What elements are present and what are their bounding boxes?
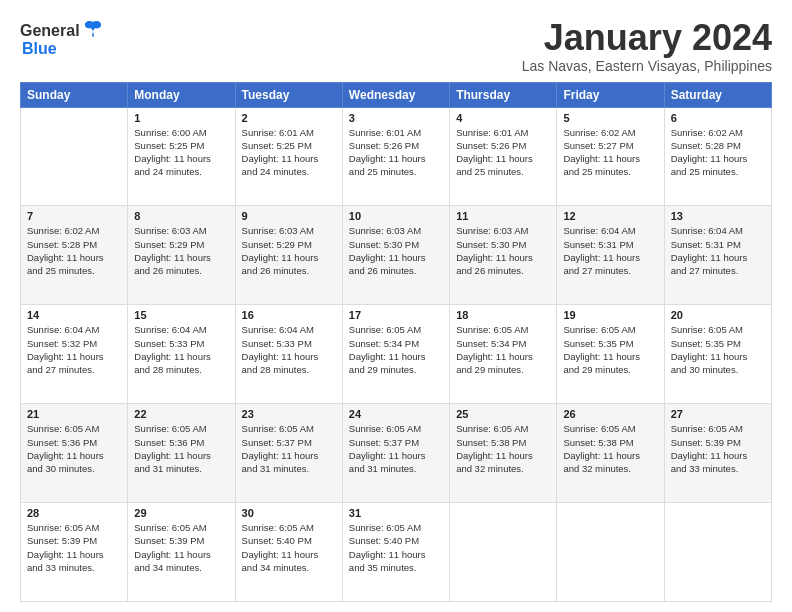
day-number: 1: [134, 112, 228, 124]
day-info: Sunrise: 6:05 AMSunset: 5:35 PMDaylight:…: [671, 323, 765, 376]
day-info: Sunrise: 6:04 AMSunset: 5:33 PMDaylight:…: [242, 323, 336, 376]
calendar-cell: 23Sunrise: 6:05 AMSunset: 5:37 PMDayligh…: [235, 404, 342, 503]
calendar-cell: 5Sunrise: 6:02 AMSunset: 5:27 PMDaylight…: [557, 107, 664, 206]
day-number: 5: [563, 112, 657, 124]
day-info: Sunrise: 6:04 AMSunset: 5:32 PMDaylight:…: [27, 323, 121, 376]
day-info: Sunrise: 6:05 AMSunset: 5:38 PMDaylight:…: [456, 422, 550, 475]
weekday-header-friday: Friday: [557, 82, 664, 107]
day-info: Sunrise: 6:01 AMSunset: 5:26 PMDaylight:…: [456, 126, 550, 179]
day-number: 2: [242, 112, 336, 124]
logo-general: General: [20, 22, 80, 40]
day-number: 31: [349, 507, 443, 519]
day-info: Sunrise: 6:01 AMSunset: 5:26 PMDaylight:…: [349, 126, 443, 179]
weekday-header-row: SundayMondayTuesdayWednesdayThursdayFrid…: [21, 82, 772, 107]
calendar-cell: 15Sunrise: 6:04 AMSunset: 5:33 PMDayligh…: [128, 305, 235, 404]
calendar-cell: 16Sunrise: 6:04 AMSunset: 5:33 PMDayligh…: [235, 305, 342, 404]
day-number: 25: [456, 408, 550, 420]
day-number: 26: [563, 408, 657, 420]
calendar-cell: 17Sunrise: 6:05 AMSunset: 5:34 PMDayligh…: [342, 305, 449, 404]
day-number: 18: [456, 309, 550, 321]
calendar-page: General Blue January 2024 Las Navas, Eas…: [0, 0, 792, 612]
calendar-cell: 9Sunrise: 6:03 AMSunset: 5:29 PMDaylight…: [235, 206, 342, 305]
calendar-cell: [450, 503, 557, 602]
day-info: Sunrise: 6:03 AMSunset: 5:30 PMDaylight:…: [456, 224, 550, 277]
calendar-cell: 6Sunrise: 6:02 AMSunset: 5:28 PMDaylight…: [664, 107, 771, 206]
day-info: Sunrise: 6:05 AMSunset: 5:36 PMDaylight:…: [134, 422, 228, 475]
day-number: 9: [242, 210, 336, 222]
week-row-3: 14Sunrise: 6:04 AMSunset: 5:32 PMDayligh…: [21, 305, 772, 404]
calendar-cell: 8Sunrise: 6:03 AMSunset: 5:29 PMDaylight…: [128, 206, 235, 305]
weekday-header-tuesday: Tuesday: [235, 82, 342, 107]
day-info: Sunrise: 6:05 AMSunset: 5:34 PMDaylight:…: [456, 323, 550, 376]
day-info: Sunrise: 6:05 AMSunset: 5:37 PMDaylight:…: [349, 422, 443, 475]
calendar-cell: 29Sunrise: 6:05 AMSunset: 5:39 PMDayligh…: [128, 503, 235, 602]
weekday-header-monday: Monday: [128, 82, 235, 107]
calendar-cell: 11Sunrise: 6:03 AMSunset: 5:30 PMDayligh…: [450, 206, 557, 305]
day-number: 4: [456, 112, 550, 124]
calendar-cell: 20Sunrise: 6:05 AMSunset: 5:35 PMDayligh…: [664, 305, 771, 404]
day-number: 17: [349, 309, 443, 321]
calendar-cell: 3Sunrise: 6:01 AMSunset: 5:26 PMDaylight…: [342, 107, 449, 206]
day-number: 22: [134, 408, 228, 420]
day-number: 6: [671, 112, 765, 124]
calendar-cell: 19Sunrise: 6:05 AMSunset: 5:35 PMDayligh…: [557, 305, 664, 404]
calendar-cell: 22Sunrise: 6:05 AMSunset: 5:36 PMDayligh…: [128, 404, 235, 503]
day-number: 15: [134, 309, 228, 321]
calendar-cell: 13Sunrise: 6:04 AMSunset: 5:31 PMDayligh…: [664, 206, 771, 305]
calendar-cell: [664, 503, 771, 602]
week-row-4: 21Sunrise: 6:05 AMSunset: 5:36 PMDayligh…: [21, 404, 772, 503]
week-row-5: 28Sunrise: 6:05 AMSunset: 5:39 PMDayligh…: [21, 503, 772, 602]
day-number: 24: [349, 408, 443, 420]
day-info: Sunrise: 6:04 AMSunset: 5:33 PMDaylight:…: [134, 323, 228, 376]
weekday-header-saturday: Saturday: [664, 82, 771, 107]
weekday-header-wednesday: Wednesday: [342, 82, 449, 107]
day-info: Sunrise: 6:05 AMSunset: 5:36 PMDaylight:…: [27, 422, 121, 475]
day-info: Sunrise: 6:05 AMSunset: 5:37 PMDaylight:…: [242, 422, 336, 475]
day-number: 8: [134, 210, 228, 222]
day-number: 19: [563, 309, 657, 321]
day-info: Sunrise: 6:02 AMSunset: 5:27 PMDaylight:…: [563, 126, 657, 179]
calendar-cell: 27Sunrise: 6:05 AMSunset: 5:39 PMDayligh…: [664, 404, 771, 503]
day-number: 10: [349, 210, 443, 222]
calendar-cell: 2Sunrise: 6:01 AMSunset: 5:25 PMDaylight…: [235, 107, 342, 206]
calendar-cell: 26Sunrise: 6:05 AMSunset: 5:38 PMDayligh…: [557, 404, 664, 503]
day-number: 16: [242, 309, 336, 321]
day-number: 3: [349, 112, 443, 124]
day-number: 13: [671, 210, 765, 222]
day-number: 30: [242, 507, 336, 519]
day-info: Sunrise: 6:00 AMSunset: 5:25 PMDaylight:…: [134, 126, 228, 179]
calendar-cell: 12Sunrise: 6:04 AMSunset: 5:31 PMDayligh…: [557, 206, 664, 305]
calendar-cell: [21, 107, 128, 206]
day-info: Sunrise: 6:05 AMSunset: 5:39 PMDaylight:…: [134, 521, 228, 574]
weekday-header-sunday: Sunday: [21, 82, 128, 107]
day-info: Sunrise: 6:05 AMSunset: 5:39 PMDaylight:…: [671, 422, 765, 475]
day-number: 20: [671, 309, 765, 321]
day-info: Sunrise: 6:05 AMSunset: 5:34 PMDaylight:…: [349, 323, 443, 376]
calendar-cell: 21Sunrise: 6:05 AMSunset: 5:36 PMDayligh…: [21, 404, 128, 503]
day-info: Sunrise: 6:05 AMSunset: 5:35 PMDaylight:…: [563, 323, 657, 376]
calendar-table: SundayMondayTuesdayWednesdayThursdayFrid…: [20, 82, 772, 602]
month-title: January 2024: [522, 18, 772, 58]
calendar-cell: 14Sunrise: 6:04 AMSunset: 5:32 PMDayligh…: [21, 305, 128, 404]
calendar-cell: 31Sunrise: 6:05 AMSunset: 5:40 PMDayligh…: [342, 503, 449, 602]
logo-bird-icon: [82, 18, 104, 40]
day-info: Sunrise: 6:03 AMSunset: 5:29 PMDaylight:…: [242, 224, 336, 277]
calendar-cell: 4Sunrise: 6:01 AMSunset: 5:26 PMDaylight…: [450, 107, 557, 206]
title-section: January 2024 Las Navas, Eastern Visayas,…: [522, 18, 772, 74]
day-number: 27: [671, 408, 765, 420]
calendar-cell: 7Sunrise: 6:02 AMSunset: 5:28 PMDaylight…: [21, 206, 128, 305]
day-info: Sunrise: 6:02 AMSunset: 5:28 PMDaylight:…: [27, 224, 121, 277]
day-number: 23: [242, 408, 336, 420]
logo-blue: Blue: [22, 40, 57, 58]
header: General Blue January 2024 Las Navas, Eas…: [20, 18, 772, 74]
day-number: 7: [27, 210, 121, 222]
day-number: 11: [456, 210, 550, 222]
day-number: 29: [134, 507, 228, 519]
week-row-1: 1Sunrise: 6:00 AMSunset: 5:25 PMDaylight…: [21, 107, 772, 206]
day-info: Sunrise: 6:05 AMSunset: 5:38 PMDaylight:…: [563, 422, 657, 475]
day-info: Sunrise: 6:05 AMSunset: 5:40 PMDaylight:…: [349, 521, 443, 574]
day-info: Sunrise: 6:03 AMSunset: 5:30 PMDaylight:…: [349, 224, 443, 277]
calendar-cell: 28Sunrise: 6:05 AMSunset: 5:39 PMDayligh…: [21, 503, 128, 602]
day-number: 21: [27, 408, 121, 420]
logo: General Blue: [20, 18, 104, 58]
